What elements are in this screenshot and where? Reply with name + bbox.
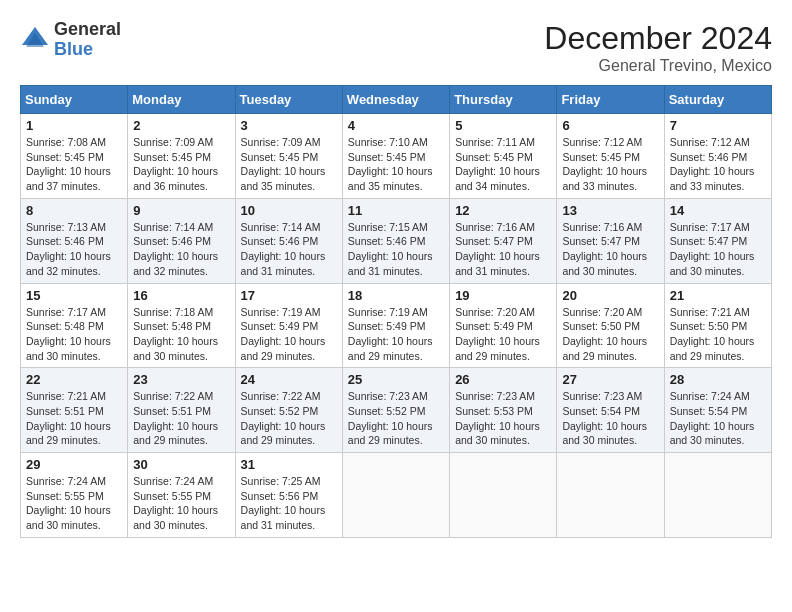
day-info: Sunrise: 7:09 AM Sunset: 5:45 PM Dayligh… bbox=[133, 135, 229, 194]
calendar-cell: 2 Sunrise: 7:09 AM Sunset: 5:45 PM Dayli… bbox=[128, 114, 235, 199]
calendar-table: SundayMondayTuesdayWednesdayThursdayFrid… bbox=[20, 85, 772, 538]
day-info: Sunrise: 7:10 AM Sunset: 5:45 PM Dayligh… bbox=[348, 135, 444, 194]
day-info: Sunrise: 7:24 AM Sunset: 5:55 PM Dayligh… bbox=[26, 474, 122, 533]
location-title: General Trevino, Mexico bbox=[544, 57, 772, 75]
calendar-cell: 19 Sunrise: 7:20 AM Sunset: 5:49 PM Dayl… bbox=[450, 283, 557, 368]
calendar-header-row: SundayMondayTuesdayWednesdayThursdayFrid… bbox=[21, 86, 772, 114]
day-number: 26 bbox=[455, 372, 551, 387]
day-info: Sunrise: 7:17 AM Sunset: 5:48 PM Dayligh… bbox=[26, 305, 122, 364]
day-number: 17 bbox=[241, 288, 337, 303]
day-number: 21 bbox=[670, 288, 766, 303]
day-info: Sunrise: 7:14 AM Sunset: 5:46 PM Dayligh… bbox=[133, 220, 229, 279]
col-header-friday: Friday bbox=[557, 86, 664, 114]
day-info: Sunrise: 7:21 AM Sunset: 5:51 PM Dayligh… bbox=[26, 389, 122, 448]
calendar-cell: 17 Sunrise: 7:19 AM Sunset: 5:49 PM Dayl… bbox=[235, 283, 342, 368]
col-header-monday: Monday bbox=[128, 86, 235, 114]
day-info: Sunrise: 7:17 AM Sunset: 5:47 PM Dayligh… bbox=[670, 220, 766, 279]
day-info: Sunrise: 7:16 AM Sunset: 5:47 PM Dayligh… bbox=[455, 220, 551, 279]
logo-blue-text: Blue bbox=[54, 40, 121, 60]
day-number: 15 bbox=[26, 288, 122, 303]
col-header-tuesday: Tuesday bbox=[235, 86, 342, 114]
day-info: Sunrise: 7:14 AM Sunset: 5:46 PM Dayligh… bbox=[241, 220, 337, 279]
calendar-cell: 27 Sunrise: 7:23 AM Sunset: 5:54 PM Dayl… bbox=[557, 368, 664, 453]
day-number: 7 bbox=[670, 118, 766, 133]
day-info: Sunrise: 7:24 AM Sunset: 5:54 PM Dayligh… bbox=[670, 389, 766, 448]
day-info: Sunrise: 7:22 AM Sunset: 5:52 PM Dayligh… bbox=[241, 389, 337, 448]
day-number: 19 bbox=[455, 288, 551, 303]
logo-icon bbox=[20, 25, 50, 55]
day-info: Sunrise: 7:19 AM Sunset: 5:49 PM Dayligh… bbox=[241, 305, 337, 364]
calendar-cell bbox=[450, 453, 557, 538]
day-number: 2 bbox=[133, 118, 229, 133]
calendar-cell: 25 Sunrise: 7:23 AM Sunset: 5:52 PM Dayl… bbox=[342, 368, 449, 453]
day-number: 3 bbox=[241, 118, 337, 133]
day-info: Sunrise: 7:16 AM Sunset: 5:47 PM Dayligh… bbox=[562, 220, 658, 279]
day-number: 6 bbox=[562, 118, 658, 133]
calendar-cell: 10 Sunrise: 7:14 AM Sunset: 5:46 PM Dayl… bbox=[235, 198, 342, 283]
day-info: Sunrise: 7:11 AM Sunset: 5:45 PM Dayligh… bbox=[455, 135, 551, 194]
day-number: 28 bbox=[670, 372, 766, 387]
day-info: Sunrise: 7:12 AM Sunset: 5:46 PM Dayligh… bbox=[670, 135, 766, 194]
calendar-cell: 13 Sunrise: 7:16 AM Sunset: 5:47 PM Dayl… bbox=[557, 198, 664, 283]
day-info: Sunrise: 7:13 AM Sunset: 5:46 PM Dayligh… bbox=[26, 220, 122, 279]
day-number: 12 bbox=[455, 203, 551, 218]
day-number: 23 bbox=[133, 372, 229, 387]
day-info: Sunrise: 7:21 AM Sunset: 5:50 PM Dayligh… bbox=[670, 305, 766, 364]
day-number: 30 bbox=[133, 457, 229, 472]
calendar-cell: 14 Sunrise: 7:17 AM Sunset: 5:47 PM Dayl… bbox=[664, 198, 771, 283]
calendar-cell: 9 Sunrise: 7:14 AM Sunset: 5:46 PM Dayli… bbox=[128, 198, 235, 283]
day-number: 4 bbox=[348, 118, 444, 133]
calendar-cell bbox=[557, 453, 664, 538]
calendar-cell: 21 Sunrise: 7:21 AM Sunset: 5:50 PM Dayl… bbox=[664, 283, 771, 368]
calendar-cell: 31 Sunrise: 7:25 AM Sunset: 5:56 PM Dayl… bbox=[235, 453, 342, 538]
day-info: Sunrise: 7:23 AM Sunset: 5:54 PM Dayligh… bbox=[562, 389, 658, 448]
calendar-cell bbox=[342, 453, 449, 538]
day-number: 11 bbox=[348, 203, 444, 218]
calendar-cell: 28 Sunrise: 7:24 AM Sunset: 5:54 PM Dayl… bbox=[664, 368, 771, 453]
calendar-cell: 11 Sunrise: 7:15 AM Sunset: 5:46 PM Dayl… bbox=[342, 198, 449, 283]
col-header-saturday: Saturday bbox=[664, 86, 771, 114]
calendar-cell: 18 Sunrise: 7:19 AM Sunset: 5:49 PM Dayl… bbox=[342, 283, 449, 368]
calendar-cell: 5 Sunrise: 7:11 AM Sunset: 5:45 PM Dayli… bbox=[450, 114, 557, 199]
day-number: 29 bbox=[26, 457, 122, 472]
day-info: Sunrise: 7:08 AM Sunset: 5:45 PM Dayligh… bbox=[26, 135, 122, 194]
day-info: Sunrise: 7:09 AM Sunset: 5:45 PM Dayligh… bbox=[241, 135, 337, 194]
day-info: Sunrise: 7:23 AM Sunset: 5:53 PM Dayligh… bbox=[455, 389, 551, 448]
calendar-cell: 26 Sunrise: 7:23 AM Sunset: 5:53 PM Dayl… bbox=[450, 368, 557, 453]
day-info: Sunrise: 7:12 AM Sunset: 5:45 PM Dayligh… bbox=[562, 135, 658, 194]
day-info: Sunrise: 7:24 AM Sunset: 5:55 PM Dayligh… bbox=[133, 474, 229, 533]
logo-general-text: General bbox=[54, 20, 121, 40]
col-header-wednesday: Wednesday bbox=[342, 86, 449, 114]
title-block: December 2024 General Trevino, Mexico bbox=[544, 20, 772, 75]
calendar-cell: 8 Sunrise: 7:13 AM Sunset: 5:46 PM Dayli… bbox=[21, 198, 128, 283]
day-number: 16 bbox=[133, 288, 229, 303]
calendar-cell: 3 Sunrise: 7:09 AM Sunset: 5:45 PM Dayli… bbox=[235, 114, 342, 199]
day-number: 31 bbox=[241, 457, 337, 472]
calendar-cell: 1 Sunrise: 7:08 AM Sunset: 5:45 PM Dayli… bbox=[21, 114, 128, 199]
calendar-cell: 6 Sunrise: 7:12 AM Sunset: 5:45 PM Dayli… bbox=[557, 114, 664, 199]
calendar-cell: 29 Sunrise: 7:24 AM Sunset: 5:55 PM Dayl… bbox=[21, 453, 128, 538]
day-number: 8 bbox=[26, 203, 122, 218]
calendar-week-row: 8 Sunrise: 7:13 AM Sunset: 5:46 PM Dayli… bbox=[21, 198, 772, 283]
day-number: 13 bbox=[562, 203, 658, 218]
day-number: 10 bbox=[241, 203, 337, 218]
calendar-cell: 20 Sunrise: 7:20 AM Sunset: 5:50 PM Dayl… bbox=[557, 283, 664, 368]
calendar-cell: 7 Sunrise: 7:12 AM Sunset: 5:46 PM Dayli… bbox=[664, 114, 771, 199]
day-number: 1 bbox=[26, 118, 122, 133]
day-info: Sunrise: 7:20 AM Sunset: 5:49 PM Dayligh… bbox=[455, 305, 551, 364]
col-header-sunday: Sunday bbox=[21, 86, 128, 114]
day-info: Sunrise: 7:22 AM Sunset: 5:51 PM Dayligh… bbox=[133, 389, 229, 448]
calendar-cell: 16 Sunrise: 7:18 AM Sunset: 5:48 PM Dayl… bbox=[128, 283, 235, 368]
day-info: Sunrise: 7:25 AM Sunset: 5:56 PM Dayligh… bbox=[241, 474, 337, 533]
calendar-cell: 15 Sunrise: 7:17 AM Sunset: 5:48 PM Dayl… bbox=[21, 283, 128, 368]
logo: General Blue bbox=[20, 20, 121, 60]
calendar-cell: 22 Sunrise: 7:21 AM Sunset: 5:51 PM Dayl… bbox=[21, 368, 128, 453]
day-info: Sunrise: 7:20 AM Sunset: 5:50 PM Dayligh… bbox=[562, 305, 658, 364]
day-info: Sunrise: 7:23 AM Sunset: 5:52 PM Dayligh… bbox=[348, 389, 444, 448]
month-title: December 2024 bbox=[544, 20, 772, 57]
day-number: 20 bbox=[562, 288, 658, 303]
day-number: 24 bbox=[241, 372, 337, 387]
calendar-cell: 30 Sunrise: 7:24 AM Sunset: 5:55 PM Dayl… bbox=[128, 453, 235, 538]
calendar-week-row: 15 Sunrise: 7:17 AM Sunset: 5:48 PM Dayl… bbox=[21, 283, 772, 368]
day-number: 25 bbox=[348, 372, 444, 387]
